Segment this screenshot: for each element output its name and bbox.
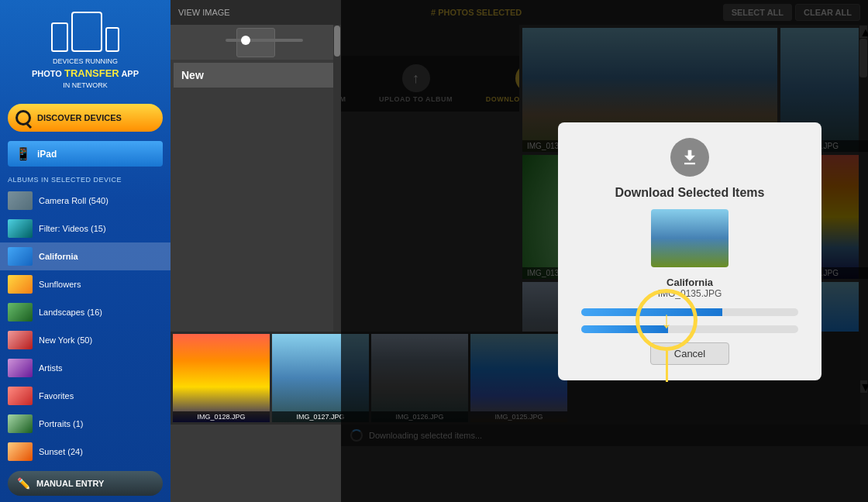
album-item-artists[interactable]: Artists (0, 354, 170, 382)
main-content: VIEW IMAGE # PHOTOS SELECTED SELECT ALL … (170, 0, 868, 502)
album-name: Artists (39, 363, 63, 373)
album-thumb (8, 191, 33, 210)
logo-devices (51, 12, 119, 52)
ipad-label: iPad (37, 149, 57, 160)
top-bar-left: VIEW IMAGE (178, 8, 230, 17)
modal-download-icon (670, 138, 709, 177)
logo-line3: IN NETWORK (32, 81, 139, 91)
logo-transfer: TRANSFER (64, 67, 119, 79)
manual-entry-label: MANUAL ENTRY (36, 479, 104, 488)
strip-photo-label: IMG_0128.JPG (173, 411, 270, 422)
album-item-sunset[interactable]: Sunset (24) (0, 438, 170, 465)
album-thumb (8, 359, 33, 377)
album-item-filter-videos[interactable]: Filter: Videos (15) (0, 215, 170, 242)
album-item-newyork[interactable]: New York (50) (0, 326, 170, 354)
modal-preview-image (651, 209, 728, 267)
modal-title: Download Selected Items (615, 186, 765, 200)
panel-scrollbar-thumb (334, 26, 340, 57)
download-arrow-indicator: ↓ (636, 289, 698, 382)
album-item-landscapes[interactable]: Landscapes (16) (0, 298, 170, 326)
logo-text: DEVICES RUNNING PHOTO TRANSFER APP IN NE… (32, 57, 139, 90)
sidebar: DEVICES RUNNING PHOTO TRANSFER APP IN NE… (0, 0, 170, 502)
album-item-portraits[interactable]: Portraits (1) (0, 410, 170, 438)
album-name: Sunflowers (39, 280, 81, 289)
phone-icon (51, 22, 68, 52)
strip-photo-bg (173, 334, 270, 422)
album-name: Landscapes (16) (39, 308, 102, 317)
arrow-circle: ↓ (636, 289, 698, 351)
discover-devices-button[interactable]: DISCOVER DEVICES (8, 104, 163, 132)
albums-header: ALBUMS IN SELECTED DEVICE (0, 170, 170, 187)
app-logo: DEVICES RUNNING PHOTO TRANSFER APP IN NE… (0, 0, 170, 98)
album-name: Portraits (1) (39, 419, 83, 428)
panel-header (170, 25, 341, 60)
arrow-down-icon: ↓ (661, 308, 673, 332)
albums-list: Camera Roll (540) Filter: Videos (15) Ca… (0, 187, 170, 465)
album-thumb (8, 247, 33, 266)
album-thumb (8, 303, 33, 321)
logo-photo: PHOTO (32, 69, 64, 78)
strip-photo-0128[interactable]: IMG_0128.JPG (173, 334, 270, 422)
arrow-line (666, 351, 668, 382)
zoom-thumb (241, 36, 250, 45)
album-name: California (39, 252, 78, 261)
phone-small-icon (105, 27, 119, 52)
view-image-link[interactable]: VIEW IMAGE (178, 8, 230, 17)
logo-line1: DEVICES RUNNING (32, 57, 139, 67)
ipad-item[interactable]: 📱 iPad (8, 141, 163, 167)
zoom-slider[interactable] (226, 39, 303, 42)
album-item-sunflowers[interactable]: Sunflowers (0, 270, 170, 298)
album-name: Favorites (39, 391, 74, 401)
album-thumb (8, 275, 33, 294)
manual-entry-button[interactable]: ✏️ MANUAL ENTRY (8, 471, 163, 496)
album-new-label: New (174, 63, 338, 88)
album-item-favorites[interactable]: Favorites (0, 382, 170, 410)
album-name: Filter: Videos (15) (39, 224, 106, 233)
tablet-icon (71, 12, 102, 52)
album-item-camera-roll[interactable]: Camera Roll (540) (0, 187, 170, 215)
tablet-device-icon: 📱 (16, 146, 31, 161)
album-item-california[interactable]: California (0, 242, 170, 270)
edit-icon: ✏️ (17, 477, 30, 490)
album-thumb (8, 219, 33, 238)
album-name: Camera Roll (540) (39, 196, 108, 205)
album-thumb (8, 387, 33, 405)
discover-label: DISCOVER DEVICES (37, 113, 122, 122)
search-icon (16, 110, 31, 126)
modal-overlay: Download Selected Items California IMG_0… (341, 0, 868, 502)
album-name: New York (50) (39, 335, 92, 345)
album-name: Sunset (24) (39, 447, 83, 456)
modal-album: California (658, 277, 722, 288)
album-thumb (8, 442, 33, 461)
album-thumb (8, 331, 33, 349)
album-thumb (8, 414, 33, 433)
logo-line2: PHOTO TRANSFER APP (32, 67, 139, 81)
